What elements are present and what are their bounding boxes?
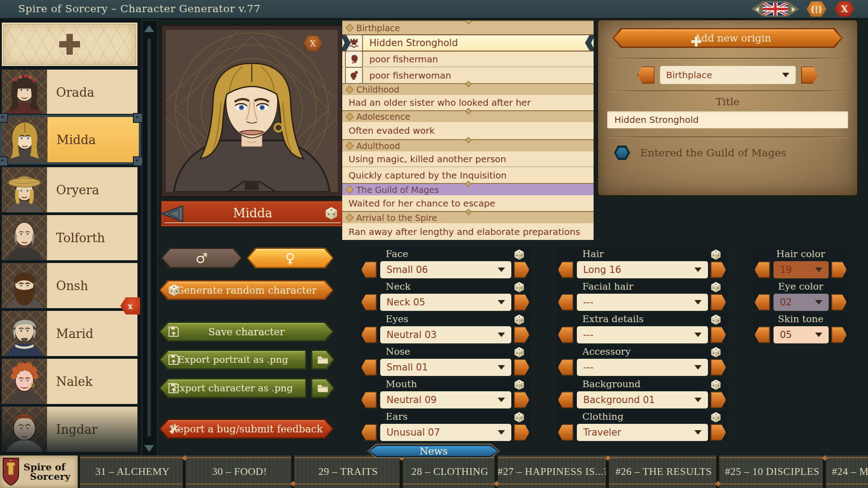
- face-dropdown[interactable]: Small 06: [380, 261, 511, 278]
- scroll-down-button[interactable]: [143, 441, 155, 455]
- neck-dropdown[interactable]: Neck 05: [380, 294, 511, 311]
- randomize-dice-icon[interactable]: [514, 347, 525, 358]
- news-button[interactable]: News: [367, 444, 500, 458]
- tab-results[interactable]: #26 – THE RESULTS: [609, 455, 719, 488]
- export-portrait-button[interactable]: Export portrait as .png: [159, 350, 307, 370]
- character-row-midda-selected[interactable]: Midda: [0, 115, 141, 164]
- bio-item-selected[interactable]: Hidden Stronghold: [342, 34, 594, 52]
- language-prev-icon[interactable]: [755, 7, 759, 12]
- next-button[interactable]: [711, 294, 726, 310]
- facial-hair-dropdown[interactable]: ---: [577, 294, 708, 311]
- prev-button[interactable]: [361, 359, 377, 375]
- next-button[interactable]: [514, 262, 529, 278]
- hair-color-dropdown[interactable]: 19: [774, 261, 829, 278]
- guild-checkbox[interactable]: [614, 145, 630, 160]
- prev-button[interactable]: [361, 294, 377, 310]
- randomize-dice-icon[interactable]: [514, 379, 525, 390]
- character-row-tolforth[interactable]: Tolforth: [2, 215, 137, 260]
- report-bug-button[interactable]: Report a bug/submit feedback: [159, 419, 334, 439]
- character-row-oryera[interactable]: Oryera: [2, 167, 137, 212]
- bio-item[interactable]: Ran away after lengthy and elaborate pre…: [342, 223, 594, 240]
- randomize-dice-icon[interactable]: [514, 412, 525, 423]
- randomize-dice-icon[interactable]: [710, 249, 722, 260]
- open-character-folder-button[interactable]: [311, 378, 335, 398]
- accessory-dropdown[interactable]: ---: [577, 359, 708, 376]
- close-app-button[interactable]: X: [835, 1, 854, 17]
- tab-food[interactable]: 30 – FOOD!: [185, 455, 294, 488]
- origin-title-input[interactable]: [607, 111, 848, 128]
- language-selector[interactable]: [751, 1, 799, 17]
- bio-item-father[interactable]: poor fisherman: [342, 52, 594, 67]
- prev-button[interactable]: [558, 392, 573, 408]
- tab-clothing[interactable]: 28 – CLOTHING: [402, 455, 497, 488]
- randomize-dice-icon[interactable]: [514, 249, 525, 260]
- mouth-dropdown[interactable]: Neutral 09: [380, 391, 511, 408]
- clothing-dropdown[interactable]: Traveler: [577, 424, 708, 441]
- export-character-button[interactable]: Export character as .png: [159, 378, 307, 398]
- prev-button[interactable]: [558, 359, 573, 375]
- next-button[interactable]: [514, 392, 529, 408]
- next-button[interactable]: [831, 262, 847, 278]
- tab-disciples[interactable]: #25 – 10 DISCIPLES: [719, 455, 826, 488]
- character-row-orada[interactable]: Orada: [2, 70, 137, 115]
- tab-traits[interactable]: 29 – TRAITS: [294, 455, 402, 488]
- prev-button[interactable]: [755, 327, 770, 343]
- next-button[interactable]: [514, 424, 529, 441]
- prev-button[interactable]: [361, 424, 377, 441]
- next-button[interactable]: [831, 294, 847, 310]
- randomize-dice-icon[interactable]: [514, 282, 525, 293]
- prev-button[interactable]: [755, 294, 770, 310]
- character-row-nalek[interactable]: Nalek: [2, 359, 137, 404]
- bio-item[interactable]: Using magic, killed another person: [342, 151, 594, 167]
- prev-button[interactable]: [755, 262, 770, 278]
- language-next-icon[interactable]: [792, 7, 796, 12]
- tab-alchemy[interactable]: 31 – ALCHEMY: [80, 455, 185, 488]
- gender-female-button[interactable]: ♀: [247, 248, 334, 268]
- randomize-dice-icon[interactable]: [710, 282, 722, 293]
- next-button[interactable]: [711, 327, 726, 343]
- category-prev-button[interactable]: [637, 66, 655, 84]
- character-row-marid[interactable]: Marid: [2, 311, 137, 356]
- next-button[interactable]: [514, 327, 529, 343]
- code-brackets-button[interactable]: {|}: [807, 1, 826, 17]
- prev-button[interactable]: [361, 262, 377, 278]
- next-button[interactable]: [711, 262, 726, 278]
- randomize-dice-icon[interactable]: [514, 314, 525, 325]
- next-button[interactable]: [514, 359, 529, 375]
- character-row-onsh[interactable]: Onsh: [2, 263, 137, 308]
- eyes-dropdown[interactable]: Neutral 03: [380, 326, 511, 343]
- category-dropdown[interactable]: Birthplace: [660, 66, 796, 84]
- prev-button[interactable]: [558, 294, 573, 310]
- next-button[interactable]: [711, 392, 726, 408]
- next-button[interactable]: [711, 359, 726, 375]
- gender-male-button[interactable]: ♂: [161, 248, 242, 268]
- scrollbar-rail[interactable]: [147, 39, 151, 436]
- prev-button[interactable]: [361, 392, 377, 408]
- background-dropdown[interactable]: Background 01: [577, 391, 708, 408]
- next-button[interactable]: [831, 327, 847, 343]
- tab-men[interactable]: #24 – MEN: [826, 455, 868, 488]
- next-button[interactable]: [711, 424, 726, 441]
- add-character-button[interactable]: [2, 23, 137, 66]
- scroll-up-button[interactable]: [143, 22, 155, 35]
- prev-button[interactable]: [558, 424, 573, 441]
- generate-random-character-button[interactable]: Generate random character: [159, 280, 334, 300]
- prev-button[interactable]: [361, 327, 377, 343]
- prev-button[interactable]: [558, 262, 573, 278]
- randomize-dice-icon[interactable]: [710, 379, 722, 390]
- tab-happiness[interactable]: #27 – HAPPINESS IS...?: [497, 455, 609, 488]
- open-portrait-folder-button[interactable]: [311, 350, 335, 370]
- next-button[interactable]: [514, 294, 529, 310]
- add-new-origin-button[interactable]: Add new origin: [613, 28, 843, 48]
- prev-button[interactable]: [558, 327, 573, 343]
- nose-dropdown[interactable]: Small 01: [380, 359, 511, 376]
- randomize-name-dice-icon[interactable]: [325, 206, 338, 220]
- extra-details-dropdown[interactable]: ---: [577, 326, 708, 343]
- character-row-ingdar[interactable]: Ingdar: [2, 407, 137, 452]
- category-next-button[interactable]: [801, 66, 818, 84]
- hair-dropdown[interactable]: Long 16: [577, 261, 708, 278]
- randomize-dice-icon[interactable]: [710, 412, 722, 423]
- randomize-dice-icon[interactable]: [710, 347, 722, 358]
- save-character-button[interactable]: Save character: [159, 322, 334, 342]
- character-list-scrollbar[interactable]: [142, 20, 157, 456]
